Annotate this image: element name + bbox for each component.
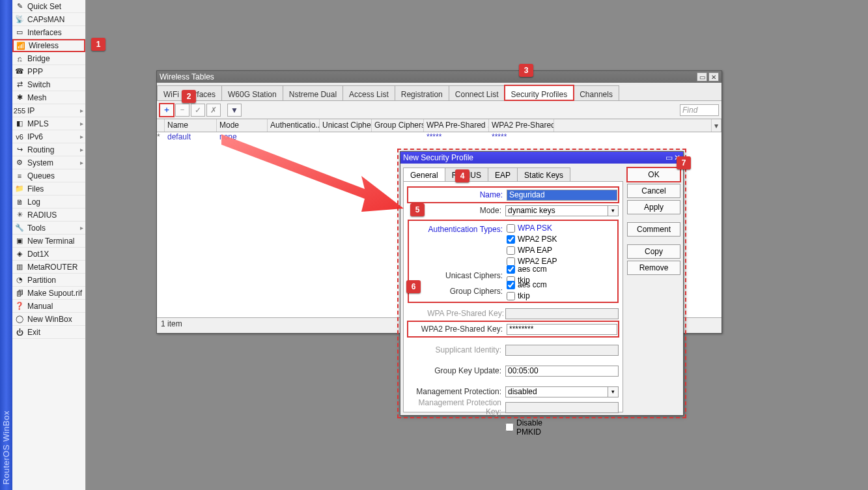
group-ciphers-label: Group Ciphers: xyxy=(409,287,507,296)
sidebar-item-dot1x[interactable]: ◈Dot1X xyxy=(12,248,85,261)
menu-icon: ▣ xyxy=(14,236,25,246)
group-tkip-checkbox[interactable] xyxy=(507,292,515,300)
sidebar-item-system[interactable]: ⚙System▸ xyxy=(12,156,85,169)
sidebar-item-metarouter[interactable]: ▥MetaROUTER xyxy=(12,261,85,274)
disable-button[interactable]: ✗ xyxy=(206,104,221,117)
menu-label: Partition xyxy=(27,276,56,285)
chevron-right-icon: ▸ xyxy=(80,133,83,140)
wpa-psk-label: WPA Pre-Shared Key: xyxy=(408,308,505,319)
tab-channels[interactable]: Channels xyxy=(573,85,619,100)
chevron-right-icon: ▸ xyxy=(80,224,83,231)
disable-pmkid-checkbox[interactable] xyxy=(505,423,514,431)
mgmt-prot-input[interactable] xyxy=(505,386,608,397)
tab-access-list[interactable]: Access List xyxy=(343,85,395,100)
gku-input[interactable] xyxy=(505,366,619,377)
column-header[interactable]: Mode xyxy=(217,119,268,132)
sidebar-item-mpls[interactable]: ◧MPLS▸ xyxy=(12,117,85,130)
menu-icon: 📁 xyxy=(14,184,25,194)
name-input[interactable] xyxy=(507,190,617,201)
sidebar-item-partition[interactable]: ◔Partition xyxy=(12,274,85,287)
tab-w60g-station[interactable]: W60G Station xyxy=(221,85,283,100)
menu-icon: ✳ xyxy=(14,210,25,220)
table-row[interactable]: *defaultnone********** xyxy=(157,132,721,143)
sidebar-item-routing[interactable]: ↪Routing▸ xyxy=(12,143,85,156)
tab-security-profiles[interactable]: Security Profiles xyxy=(505,85,574,100)
badge-2: 2 xyxy=(182,90,196,103)
remove-dlg-button[interactable]: Remove xyxy=(627,261,680,275)
sidebar-item-manual[interactable]: ❓Manual xyxy=(12,300,85,313)
wireless-tabs: WiFi InterfacesW60G StationNstreme DualA… xyxy=(157,83,721,101)
sidebar-item-ipv6[interactable]: v6IPv6▸ xyxy=(12,130,85,143)
wpa2-psk-input[interactable] xyxy=(507,324,617,335)
sidebar-item-ppp[interactable]: ☎PPP xyxy=(12,65,85,78)
menu-icon: ⎌ xyxy=(14,53,25,64)
menu-label: Switch xyxy=(27,80,50,89)
sidebar-item-mesh[interactable]: ✱Mesh xyxy=(12,91,85,104)
mode-input[interactable] xyxy=(505,205,608,216)
window-titlebar[interactable]: Wireless Tables ▭ ✕ xyxy=(157,71,721,83)
dialog-tab-eap[interactable]: EAP xyxy=(488,167,518,181)
wpa-eap-checkbox[interactable] xyxy=(507,246,515,255)
sidebar-item-ip[interactable]: 255IP▸ xyxy=(12,104,85,117)
dialog-tab-static-keys[interactable]: Static Keys xyxy=(517,167,570,181)
column-header[interactable]: WPA2 Pre-Shared... xyxy=(489,119,554,132)
sidebar-item-wireless[interactable]: 📶Wireless xyxy=(12,39,85,52)
sidebar-item-files[interactable]: 📁Files xyxy=(12,182,85,195)
tab-registration[interactable]: Registration xyxy=(395,85,449,100)
enable-button[interactable]: ✓ xyxy=(191,104,205,117)
sidebar-item-interfaces[interactable]: ▭Interfaces xyxy=(12,26,85,39)
apply-button[interactable]: Apply xyxy=(627,200,680,214)
sidebar-item-switch[interactable]: ⇄Switch xyxy=(12,78,85,91)
wpa-psk-row: WPA Pre-Shared Key: xyxy=(408,306,619,321)
sidebar-item-tools[interactable]: 🔧Tools▸ xyxy=(12,222,85,235)
sidebar-item-new-winbox[interactable]: ◯New WinBox xyxy=(12,313,85,326)
column-header[interactable]: Unicast Ciphers xyxy=(320,119,372,132)
sidebar-item-log[interactable]: 🗎Log xyxy=(12,195,85,209)
remove-button[interactable]: － xyxy=(175,104,189,117)
group-aes-checkbox[interactable] xyxy=(507,281,515,289)
window-restore-button[interactable]: ▭ xyxy=(697,72,707,81)
wpa-psk-checkbox[interactable] xyxy=(507,224,515,233)
column-header[interactable]: Authenticatio... xyxy=(268,119,320,132)
ok-button[interactable]: OK xyxy=(627,167,680,182)
menu-icon: 255 xyxy=(14,106,25,116)
menu-label: Tools xyxy=(27,223,46,233)
tab-connect-list[interactable]: Connect List xyxy=(449,85,505,100)
mode-dropdown-button[interactable]: ▾ xyxy=(608,205,619,216)
menu-label: New WinBox xyxy=(27,315,72,324)
sidebar-item-queues[interactable]: ≡Queues xyxy=(12,169,85,182)
mgmt-key-label: Management Protection Key: xyxy=(408,398,505,416)
dialog-tab-general[interactable]: General xyxy=(403,167,445,181)
menu-label: Queues xyxy=(27,171,55,180)
left-rail: RouterOS WinBox xyxy=(0,0,12,490)
sidebar-item-bridge[interactable]: ⎌Bridge xyxy=(12,52,85,65)
menu-label: Quick Set xyxy=(27,2,61,11)
comment-button[interactable]: Comment xyxy=(627,222,680,237)
wpa2-psk-checkbox[interactable] xyxy=(507,235,515,244)
sidebar-item-make-supout-rif[interactable]: 🗐Make Supout.rif xyxy=(12,287,85,300)
find-input[interactable]: Find xyxy=(680,104,719,116)
add-button[interactable]: ＋ xyxy=(160,104,174,117)
menu-icon: 📡 xyxy=(14,14,25,25)
tab-nstreme-dual[interactable]: Nstreme Dual xyxy=(283,85,343,100)
dialog-restore-button[interactable]: ▭ xyxy=(665,153,673,162)
menu-label: MPLS xyxy=(27,119,49,128)
toolbar: ＋ － ✓ ✗ ▼ Find xyxy=(157,101,721,119)
dialog-titlebar[interactable]: New Security Profile ▭ ✕ xyxy=(400,152,683,164)
sidebar-item-quick-set[interactable]: ✎Quick Set xyxy=(12,0,85,13)
sidebar-item-radius[interactable]: ✳RADIUS xyxy=(12,209,85,222)
copy-button[interactable]: Copy xyxy=(627,244,680,259)
sidebar-item-new-terminal[interactable]: ▣New Terminal xyxy=(12,235,85,248)
window-close-button[interactable]: ✕ xyxy=(708,72,719,81)
column-header[interactable]: Name xyxy=(165,119,217,132)
sidebar-item-capsman[interactable]: 📡CAPsMAN xyxy=(12,13,85,26)
filter-button[interactable]: ▼ xyxy=(227,104,242,117)
sidebar-item-exit[interactable]: ⏻Exit xyxy=(12,326,85,339)
mgmt-prot-dropdown-button[interactable]: ▾ xyxy=(608,386,619,397)
columns-dropdown-button[interactable]: ▾ xyxy=(711,119,721,132)
menu-label: Wireless xyxy=(29,41,59,50)
unicast-aes-checkbox[interactable] xyxy=(507,265,515,274)
column-header[interactable]: WPA Pre-Shared ... xyxy=(424,119,489,132)
cancel-button[interactable]: Cancel xyxy=(627,184,680,198)
column-header[interactable]: Group Ciphers xyxy=(372,119,424,132)
